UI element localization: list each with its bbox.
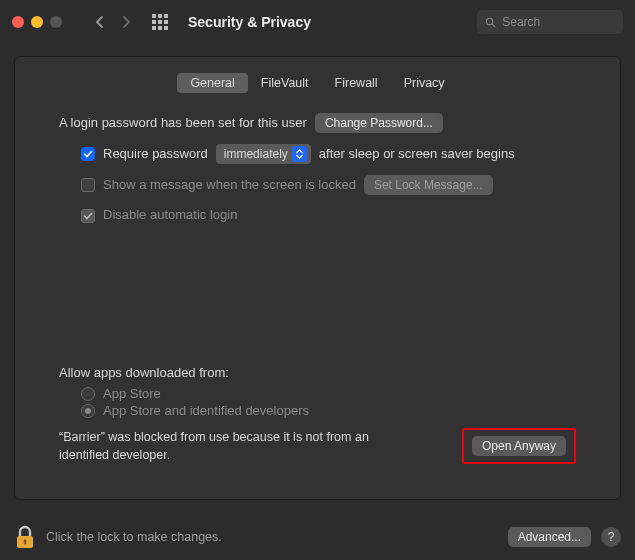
set-lock-message-button: Set Lock Message... bbox=[364, 175, 493, 195]
advanced-button[interactable]: Advanced... bbox=[508, 527, 591, 547]
tab-filevault[interactable]: FileVault bbox=[248, 73, 322, 93]
prefs-panel: General FileVault Firewall Privacy A log… bbox=[14, 56, 621, 500]
require-password-label-post: after sleep or screen saver begins bbox=[319, 144, 515, 165]
gatekeeper-heading: Allow apps downloaded from: bbox=[59, 365, 576, 380]
tab-privacy[interactable]: Privacy bbox=[391, 73, 458, 93]
blocked-app-message: “Barrier” was blocked from use because i… bbox=[59, 428, 399, 464]
disable-auto-login-label: Disable automatic login bbox=[103, 205, 237, 226]
select-stepper-icon bbox=[292, 146, 307, 162]
tab-firewall[interactable]: Firewall bbox=[322, 73, 391, 93]
svg-line-1 bbox=[492, 24, 495, 27]
lock-hint-label: Click the lock to make changes. bbox=[46, 530, 222, 544]
tab-bar: General FileVault Firewall Privacy bbox=[15, 73, 620, 93]
search-input[interactable] bbox=[502, 15, 615, 29]
forward-button[interactable] bbox=[116, 12, 136, 32]
open-anyway-button[interactable]: Open Anyway bbox=[472, 436, 566, 456]
gatekeeper-option-appstore-dev-radio bbox=[81, 404, 95, 418]
show-lock-message-checkbox bbox=[81, 178, 95, 192]
disable-auto-login-checkbox bbox=[81, 209, 95, 223]
highlight-box: Open Anyway bbox=[462, 428, 576, 464]
require-password-checkbox[interactable] bbox=[81, 147, 95, 161]
show-all-icon[interactable] bbox=[152, 14, 168, 30]
svg-rect-3 bbox=[24, 540, 27, 545]
maximize-window-button bbox=[50, 16, 62, 28]
tab-general[interactable]: General bbox=[177, 73, 247, 93]
search-icon bbox=[485, 16, 496, 29]
close-window-button[interactable] bbox=[12, 16, 24, 28]
require-password-delay-value: immediately bbox=[224, 145, 288, 164]
back-button[interactable] bbox=[90, 12, 110, 32]
login-password-status-label: A login password has been set for this u… bbox=[59, 113, 307, 134]
lock-icon[interactable] bbox=[14, 524, 36, 550]
require-password-label-pre: Require password bbox=[103, 144, 208, 165]
help-button[interactable]: ? bbox=[601, 527, 621, 547]
gatekeeper-option-appstore-radio bbox=[81, 387, 95, 401]
show-lock-message-label: Show a message when the screen is locked bbox=[103, 175, 356, 196]
window-controls[interactable] bbox=[12, 16, 62, 28]
window-title: Security & Privacy bbox=[188, 14, 311, 30]
gatekeeper-option-appstore-dev-label: App Store and identified developers bbox=[103, 403, 309, 418]
change-password-button[interactable]: Change Password... bbox=[315, 113, 443, 133]
search-field[interactable] bbox=[477, 10, 623, 34]
require-password-delay-select[interactable]: immediately bbox=[216, 144, 311, 164]
svg-point-0 bbox=[486, 18, 492, 24]
minimize-window-button[interactable] bbox=[31, 16, 43, 28]
gatekeeper-option-appstore-label: App Store bbox=[103, 386, 161, 401]
